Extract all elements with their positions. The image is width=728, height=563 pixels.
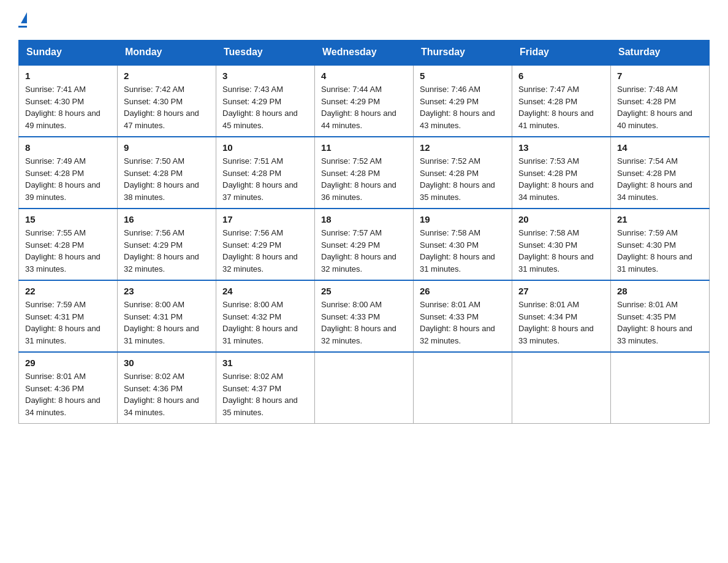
calendar-cell: 28Sunrise: 8:01 AMSunset: 4:35 PMDayligh… (611, 280, 710, 352)
calendar-cell: 13Sunrise: 7:53 AMSunset: 4:28 PMDayligh… (512, 137, 611, 209)
day-info: Sunrise: 7:42 AMSunset: 4:30 PMDaylight:… (124, 83, 210, 131)
logo-underline (18, 26, 27, 28)
calendar-cell: 30Sunrise: 8:02 AMSunset: 4:36 PMDayligh… (118, 352, 216, 424)
day-info: Sunrise: 8:00 AMSunset: 4:32 PMDaylight:… (222, 299, 308, 347)
day-info: Sunrise: 7:54 AMSunset: 4:28 PMDaylight:… (617, 155, 703, 203)
day-number: 21 (617, 214, 703, 224)
logo-triangle-icon (21, 12, 27, 23)
day-number: 18 (321, 214, 407, 224)
day-info: Sunrise: 7:47 AMSunset: 4:28 PMDaylight:… (518, 83, 604, 131)
calendar-header-row: SundayMondayTuesdayWednesdayThursdayFrid… (19, 40, 710, 65)
day-info: Sunrise: 8:01 AMSunset: 4:34 PMDaylight:… (518, 299, 604, 347)
calendar-header-saturday: Saturday (611, 40, 710, 65)
calendar-header-monday: Monday (118, 40, 216, 65)
day-number: 8 (25, 142, 111, 153)
day-info: Sunrise: 8:02 AMSunset: 4:36 PMDaylight:… (124, 370, 210, 418)
day-number: 2 (124, 71, 210, 81)
day-number: 11 (321, 142, 407, 153)
week-row-4: 22Sunrise: 7:59 AMSunset: 4:31 PMDayligh… (19, 280, 710, 352)
calendar-cell: 6Sunrise: 7:47 AMSunset: 4:28 PMDaylight… (512, 65, 611, 137)
calendar-cell: 17Sunrise: 7:56 AMSunset: 4:29 PMDayligh… (216, 209, 315, 280)
day-info: Sunrise: 8:02 AMSunset: 4:37 PMDaylight:… (222, 370, 308, 418)
day-info: Sunrise: 7:56 AMSunset: 4:29 PMDaylight:… (124, 227, 210, 275)
calendar-cell: 27Sunrise: 8:01 AMSunset: 4:34 PMDayligh… (512, 280, 611, 352)
day-number: 13 (518, 142, 604, 153)
week-row-5: 29Sunrise: 8:01 AMSunset: 4:36 PMDayligh… (19, 352, 710, 424)
day-info: Sunrise: 8:01 AMSunset: 4:35 PMDaylight:… (617, 299, 703, 347)
calendar-cell: 20Sunrise: 7:58 AMSunset: 4:30 PMDayligh… (512, 209, 611, 280)
day-info: Sunrise: 7:59 AMSunset: 4:30 PMDaylight:… (617, 227, 703, 275)
calendar-header-friday: Friday (512, 40, 611, 65)
calendar-cell: 1Sunrise: 7:41 AMSunset: 4:30 PMDaylight… (19, 65, 118, 137)
calendar-cell (315, 352, 414, 424)
day-number: 28 (617, 286, 703, 296)
calendar-cell: 11Sunrise: 7:52 AMSunset: 4:28 PMDayligh… (315, 137, 414, 209)
logo (18, 12, 27, 28)
day-number: 14 (617, 142, 703, 153)
day-number: 30 (124, 358, 210, 368)
day-number: 26 (420, 286, 506, 296)
day-number: 15 (25, 214, 111, 224)
day-number: 1 (25, 71, 111, 81)
calendar-cell: 29Sunrise: 8:01 AMSunset: 4:36 PMDayligh… (19, 352, 118, 424)
calendar-cell: 23Sunrise: 8:00 AMSunset: 4:31 PMDayligh… (118, 280, 216, 352)
calendar-header-tuesday: Tuesday (216, 40, 315, 65)
calendar-cell: 5Sunrise: 7:46 AMSunset: 4:29 PMDaylight… (414, 65, 512, 137)
day-info: Sunrise: 7:44 AMSunset: 4:29 PMDaylight:… (321, 83, 407, 131)
day-info: Sunrise: 7:57 AMSunset: 4:29 PMDaylight:… (321, 227, 407, 275)
day-info: Sunrise: 7:50 AMSunset: 4:28 PMDaylight:… (124, 155, 210, 203)
day-info: Sunrise: 7:52 AMSunset: 4:28 PMDaylight:… (420, 155, 506, 203)
day-number: 25 (321, 286, 407, 296)
day-info: Sunrise: 7:46 AMSunset: 4:29 PMDaylight:… (420, 83, 506, 131)
day-info: Sunrise: 7:53 AMSunset: 4:28 PMDaylight:… (518, 155, 604, 203)
calendar-cell: 19Sunrise: 7:58 AMSunset: 4:30 PMDayligh… (414, 209, 512, 280)
day-number: 10 (222, 142, 308, 153)
day-info: Sunrise: 7:59 AMSunset: 4:31 PMDaylight:… (25, 299, 111, 347)
calendar-header-sunday: Sunday (19, 40, 118, 65)
calendar-cell: 22Sunrise: 7:59 AMSunset: 4:31 PMDayligh… (19, 280, 118, 352)
calendar-header-wednesday: Wednesday (315, 40, 414, 65)
day-number: 12 (420, 142, 506, 153)
calendar-cell: 26Sunrise: 8:01 AMSunset: 4:33 PMDayligh… (414, 280, 512, 352)
calendar-cell: 15Sunrise: 7:55 AMSunset: 4:28 PMDayligh… (19, 209, 118, 280)
calendar-cell: 21Sunrise: 7:59 AMSunset: 4:30 PMDayligh… (611, 209, 710, 280)
calendar-cell: 8Sunrise: 7:49 AMSunset: 4:28 PMDaylight… (19, 137, 118, 209)
day-number: 24 (222, 286, 308, 296)
week-row-1: 1Sunrise: 7:41 AMSunset: 4:30 PMDaylight… (19, 65, 710, 137)
day-info: Sunrise: 8:00 AMSunset: 4:33 PMDaylight:… (321, 299, 407, 347)
calendar-cell: 7Sunrise: 7:48 AMSunset: 4:28 PMDaylight… (611, 65, 710, 137)
calendar-cell: 16Sunrise: 7:56 AMSunset: 4:29 PMDayligh… (118, 209, 216, 280)
week-row-2: 8Sunrise: 7:49 AMSunset: 4:28 PMDaylight… (19, 137, 710, 209)
day-info: Sunrise: 7:58 AMSunset: 4:30 PMDaylight:… (420, 227, 506, 275)
day-info: Sunrise: 7:56 AMSunset: 4:29 PMDaylight:… (222, 227, 308, 275)
calendar-cell (414, 352, 512, 424)
day-info: Sunrise: 7:48 AMSunset: 4:28 PMDaylight:… (617, 83, 703, 131)
calendar-table: SundayMondayTuesdayWednesdayThursdayFrid… (18, 40, 710, 424)
day-number: 3 (222, 71, 308, 81)
calendar-cell: 31Sunrise: 8:02 AMSunset: 4:37 PMDayligh… (216, 352, 315, 424)
day-number: 19 (420, 214, 506, 224)
calendar-cell: 4Sunrise: 7:44 AMSunset: 4:29 PMDaylight… (315, 65, 414, 137)
calendar-cell: 10Sunrise: 7:51 AMSunset: 4:28 PMDayligh… (216, 137, 315, 209)
day-number: 22 (25, 286, 111, 296)
day-info: Sunrise: 7:52 AMSunset: 4:28 PMDaylight:… (321, 155, 407, 203)
day-number: 9 (124, 142, 210, 153)
day-info: Sunrise: 7:49 AMSunset: 4:28 PMDaylight:… (25, 155, 111, 203)
day-number: 23 (124, 286, 210, 296)
day-info: Sunrise: 8:00 AMSunset: 4:31 PMDaylight:… (124, 299, 210, 347)
calendar-cell: 18Sunrise: 7:57 AMSunset: 4:29 PMDayligh… (315, 209, 414, 280)
day-number: 29 (25, 358, 111, 368)
day-number: 31 (222, 358, 308, 368)
calendar-cell: 2Sunrise: 7:42 AMSunset: 4:30 PMDaylight… (118, 65, 216, 137)
day-number: 5 (420, 71, 506, 81)
day-number: 4 (321, 71, 407, 81)
day-info: Sunrise: 8:01 AMSunset: 4:36 PMDaylight:… (25, 370, 111, 418)
page-header (18, 12, 710, 28)
calendar-cell: 14Sunrise: 7:54 AMSunset: 4:28 PMDayligh… (611, 137, 710, 209)
calendar-cell (512, 352, 611, 424)
day-info: Sunrise: 7:51 AMSunset: 4:28 PMDaylight:… (222, 155, 308, 203)
day-number: 20 (518, 214, 604, 224)
calendar-cell: 12Sunrise: 7:52 AMSunset: 4:28 PMDayligh… (414, 137, 512, 209)
calendar-cell: 25Sunrise: 8:00 AMSunset: 4:33 PMDayligh… (315, 280, 414, 352)
day-info: Sunrise: 7:58 AMSunset: 4:30 PMDaylight:… (518, 227, 604, 275)
